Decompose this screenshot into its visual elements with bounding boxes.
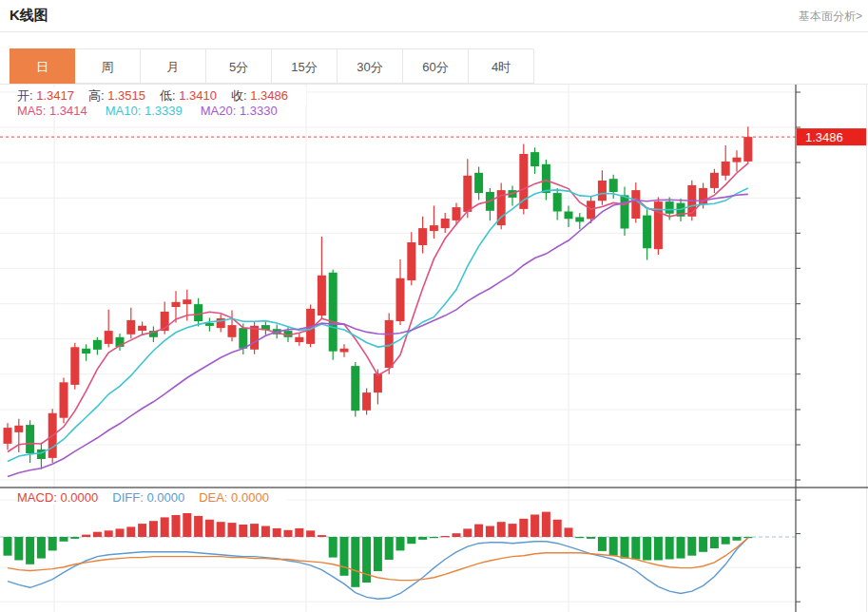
legend-low: 低: 1.3410 [160, 88, 217, 103]
ma20-line [8, 194, 748, 476]
candles [4, 126, 753, 469]
ohlc-legend: 开: 1.3417高: 1.3515低: 1.3410收: 1.3486 [17, 87, 306, 105]
tab-周[interactable]: 周 [75, 48, 141, 84]
legend-open: 开: 1.3417 [17, 88, 74, 103]
tab-4时[interactable]: 4时 [469, 48, 534, 84]
legend-ma20: MA20: 1.3330 [201, 104, 278, 118]
legend-ma5: MA5: 1.3414 [17, 104, 87, 118]
legend-dea: DEA: 0.0000 [199, 490, 269, 505]
ma-legend: MA5: 1.3414MA10: 1.3339MA20: 1.3330 [17, 104, 299, 118]
legend-high: 高: 1.3515 [88, 88, 145, 103]
kline-page: K线图 基本面分析> 日周月5分15分30分60分4时 1.36121.3513… [0, 0, 868, 612]
legend-ma10: MA10: 1.3339 [106, 104, 183, 118]
tab-5分[interactable]: 5分 [206, 48, 272, 84]
last-price-tag: 1.3486 [797, 128, 866, 145]
legend-close: 收: 1.3486 [231, 88, 288, 103]
tab-60分[interactable]: 60分 [403, 48, 469, 84]
tab-15分[interactable]: 15分 [272, 48, 338, 84]
ma10-line [8, 188, 748, 461]
price-axis: 1.36121.35131.34141.33141.32151.31161.30… [796, 0, 846, 612]
macd-histogram [4, 512, 753, 587]
legend-macd: MACD: 0.0000 [17, 490, 98, 505]
svg-text:-0.0142: -0.0142 [804, 0, 846, 3]
tab-30分[interactable]: 30分 [338, 48, 403, 84]
interval-tabs: 日周月5分15分30分60分4时 [10, 48, 534, 84]
tab-月[interactable]: 月 [141, 48, 206, 84]
svg-text:1.3486: 1.3486 [805, 130, 843, 144]
macd-legend: MACD: 0.0000DIFF: 0.0000DEA: 0.0000 [17, 490, 287, 505]
legend-diff: DIFF: 0.0000 [112, 490, 184, 505]
tab-日[interactable]: 日 [10, 48, 75, 84]
